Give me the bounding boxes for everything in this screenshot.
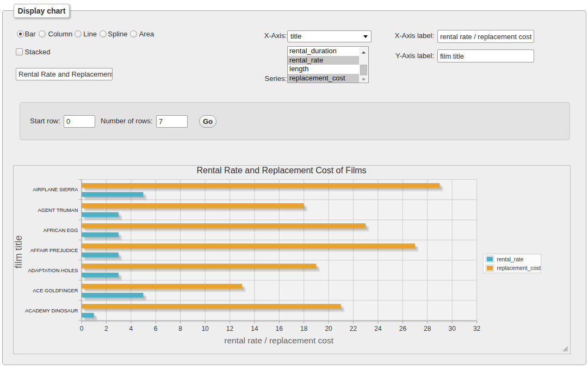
- svg-text:film title: film title: [14, 235, 24, 268]
- svg-text:AGENT TRUMAN: AGENT TRUMAN: [38, 208, 78, 213]
- svg-text:12: 12: [226, 325, 234, 333]
- svg-text:14: 14: [251, 325, 258, 333]
- svg-text:rental_rate: rental_rate: [497, 256, 524, 262]
- svg-text:22: 22: [350, 325, 357, 333]
- svg-text:Rental Rate and Replacement Co: Rental Rate and Replacement Cost of Film…: [196, 166, 366, 175]
- svg-text:0: 0: [80, 325, 84, 333]
- svg-text:20: 20: [325, 325, 332, 333]
- svg-text:18: 18: [300, 325, 308, 333]
- svg-text:4: 4: [129, 325, 133, 333]
- svg-text:28: 28: [424, 325, 431, 333]
- svg-text:30: 30: [449, 325, 456, 333]
- svg-text:ACE GOLDFINGER: ACE GOLDFINGER: [33, 288, 78, 293]
- svg-text:AFFAIR PREJUDICE: AFFAIR PREJUDICE: [30, 248, 78, 253]
- svg-text:6: 6: [154, 325, 158, 333]
- svg-text:replacement_cost: replacement_cost: [497, 265, 541, 271]
- svg-text:8: 8: [178, 325, 182, 333]
- svg-text:ACADEMY DINOSAUR: ACADEMY DINOSAUR: [25, 308, 78, 313]
- svg-text:24: 24: [374, 325, 382, 333]
- svg-text:32: 32: [473, 325, 481, 333]
- svg-text:rental rate / replacement cost: rental rate / replacement cost: [224, 336, 333, 345]
- svg-text:10: 10: [201, 325, 209, 333]
- svg-text:AFRICAN EGG: AFRICAN EGG: [43, 228, 78, 233]
- svg-text:26: 26: [399, 325, 407, 333]
- svg-text:AIRPLANE SIERRA: AIRPLANE SIERRA: [33, 187, 78, 192]
- svg-text:16: 16: [276, 325, 283, 333]
- svg-text:2: 2: [104, 325, 108, 333]
- svg-text:ADAPTATION HOLES: ADAPTATION HOLES: [28, 268, 78, 273]
